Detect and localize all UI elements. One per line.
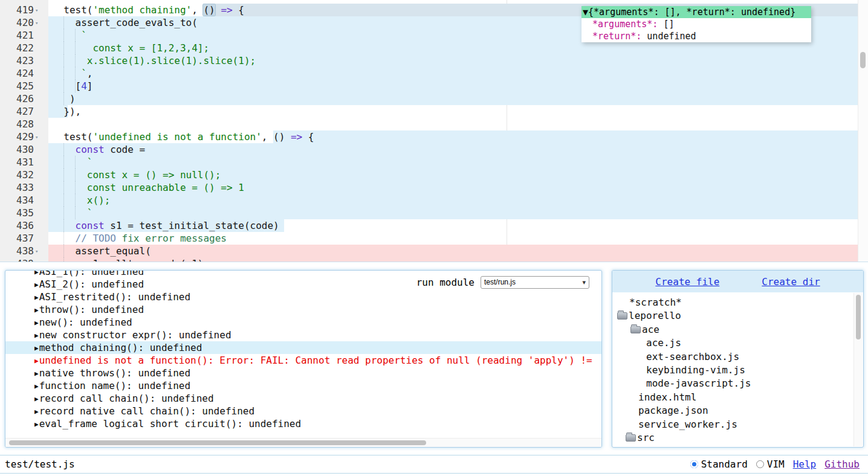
test-result-item[interactable]: ▶new constructor expr(): undefined <box>5 329 601 341</box>
tree-item-ext-searchbox-js[interactable]: ext-searchbox.js <box>612 350 863 364</box>
expand-triangle-icon[interactable]: ▶ <box>34 270 39 276</box>
code-line-433[interactable]: const unreachable = () => 1 <box>0 181 868 194</box>
test-result-item[interactable]: ▶record native call chain(): undefined <box>5 405 601 417</box>
test-result-item[interactable]: ▶throw(): undefined <box>5 303 601 316</box>
code-line-422[interactable]: const x = [1,2,3,4]; <box>0 42 868 54</box>
radio-vim-label: VIM <box>767 458 785 470</box>
test-result-item[interactable]: ▶eval_frame array_literal(): undefined <box>5 430 601 432</box>
code-lines: test('method chaining', () => { assert_c… <box>0 4 868 262</box>
fold-arrow-icon[interactable]: ▾ <box>35 245 38 258</box>
keybinding-standard-option[interactable]: Standard <box>690 458 748 470</box>
inspector-row[interactable]: *return*: undefined <box>581 30 811 42</box>
code-line-430[interactable]: const code = <box>0 143 868 156</box>
fold-arrow-icon[interactable]: ▾ <box>35 131 38 144</box>
expand-triangle-icon[interactable]: ▶ <box>34 332 39 339</box>
chevron-down-icon: ▾ <box>582 277 586 288</box>
github-link[interactable]: Github <box>824 458 860 470</box>
tree-item-ace[interactable]: ace <box>612 323 863 336</box>
expand-triangle-icon[interactable]: ▶ <box>34 408 39 416</box>
code-line-425[interactable]: [4] <box>0 80 868 92</box>
code-line-432[interactable]: const x = () => null(); <box>0 169 868 181</box>
gutter-line-438[interactable]: 438▾ <box>0 245 48 257</box>
test-result-item[interactable]: ▶ASI_restrited(): undefined <box>5 291 601 303</box>
expand-triangle-icon[interactable]: ▶ <box>34 306 39 314</box>
code-line-427[interactable]: }), <box>0 105 868 118</box>
code-line-431[interactable]: ` <box>0 156 868 169</box>
expand-triangle-icon[interactable]: ▶ <box>34 344 39 352</box>
gutter-line-429[interactable]: 429▾ <box>0 130 48 143</box>
line-highlight <box>48 156 859 169</box>
code-line-424[interactable]: `, <box>0 67 868 80</box>
expand-triangle-icon[interactable]: ▶ <box>34 382 39 390</box>
code-text: test('undefined is not a function', () =… <box>52 130 314 143</box>
file-tree-scrollbar-thumb[interactable] <box>856 295 861 339</box>
test-result-item[interactable]: ▶native throws(): undefined <box>5 367 601 379</box>
create-dir-link[interactable]: Create dir <box>762 276 820 288</box>
expand-triangle-icon[interactable]: ▶ <box>34 281 39 289</box>
test-result-item[interactable]: ▶method chaining(): undefined <box>5 341 601 354</box>
tree-item-label: ext-searchbox.js <box>646 350 739 364</box>
expand-triangle-icon[interactable]: ▶ <box>34 357 39 365</box>
code-line-423[interactable]: x.slice(1).slice(1).slice(1); <box>0 54 868 67</box>
tree-item-label: ace <box>642 323 659 336</box>
tree-item-index-html[interactable]: index.html <box>612 391 863 404</box>
radio-vim-icon[interactable] <box>756 460 764 468</box>
inspector-header[interactable]: ▼{*arguments*: [], *return*: undefined} <box>581 6 811 18</box>
code-line-429[interactable]: test('undefined is not a function', () =… <box>0 130 868 143</box>
tree-item-package-json[interactable]: package.json <box>612 404 863 417</box>
run-module-select-value: test/run.js <box>484 278 516 286</box>
gutter-line-420[interactable]: 420▾ <box>0 16 48 29</box>
code-line-437[interactable]: // TODO fix error messages <box>0 232 868 245</box>
editor-scrollbar-thumb[interactable] <box>860 52 866 68</box>
test-results-panel: ▶ASI_1(): undefined▶ASI_2(): undefined▶A… <box>5 270 602 448</box>
tree-item-keybinding-vim-js[interactable]: keybinding-vim.js <box>612 364 863 377</box>
radio-standard-icon[interactable] <box>690 460 698 468</box>
expand-triangle-icon[interactable]: ▶ <box>34 319 39 327</box>
tree-item-src[interactable]: src <box>612 431 863 445</box>
fold-arrow-icon[interactable]: ▾ <box>35 17 38 30</box>
console-horizontal-scrollbar[interactable] <box>5 438 601 447</box>
tree-item--scratch-[interactable]: *scratch* <box>612 296 863 309</box>
code-line-435[interactable]: ` <box>0 207 868 219</box>
run-module-select[interactable]: test/run.js ▾ <box>481 276 589 289</box>
code-editor[interactable]: test('method chaining', () => { assert_c… <box>0 0 868 262</box>
test-result-item[interactable]: ▶record call chain(): undefined <box>5 392 601 405</box>
console-scrollbar-thumb[interactable] <box>9 440 426 445</box>
test-result-item[interactable]: ▶new(): undefined <box>5 316 601 329</box>
keybinding-vim-option[interactable]: VIM <box>756 458 785 470</box>
code-line-438[interactable]: assert_equal( <box>0 245 868 257</box>
test-result-item[interactable]: ▶function name(): undefined <box>5 379 601 392</box>
tree-item-label: ast_utils.js <box>646 445 716 448</box>
expand-triangle-icon[interactable]: ▶ <box>34 395 39 403</box>
folder-icon <box>617 312 627 320</box>
expand-triangle-icon[interactable]: ▶ <box>34 420 39 428</box>
tree-item-ast-utils-js[interactable]: ast_utils.js <box>612 445 863 448</box>
tree-item-mode-javascript-js[interactable]: mode-javascript.js <box>612 377 863 390</box>
code-line-436[interactable]: const s1 = test_initial_state(code) <box>0 219 868 232</box>
test-result-item[interactable]: ▶undefined is not a function(): Error: F… <box>5 354 601 367</box>
tree-item-ace-js[interactable]: ace.js <box>612 336 863 350</box>
expand-triangle-icon[interactable]: ▶ <box>34 294 39 301</box>
fold-arrow-icon[interactable]: ▾ <box>35 4 38 17</box>
test-result-item[interactable]: ▶eval_frame logical short circuit(): und… <box>5 417 601 430</box>
gutter-line-419[interactable]: 419▾ <box>0 4 48 16</box>
code-line-439[interactable]: s1.calltree_node(s1) <box>0 257 868 262</box>
code-line-434[interactable]: x(); <box>0 194 868 207</box>
expand-triangle-icon[interactable]: ▶ <box>34 370 39 378</box>
inspector-row[interactable]: *arguments*: [] <box>581 18 811 30</box>
create-file-link[interactable]: Create file <box>655 276 719 288</box>
editor-vertical-scrollbar[interactable] <box>858 0 868 262</box>
code-line-428[interactable] <box>0 118 868 130</box>
code-text: const x = [1,2,3,4]; <box>52 42 209 54</box>
line-highlight <box>48 67 859 80</box>
tree-item-service-worker-js[interactable]: service_worker.js <box>612 418 863 431</box>
line-highlight <box>48 207 859 219</box>
tree-item-label: mode-javascript.js <box>646 377 751 390</box>
code-line-426[interactable]: ) <box>0 92 868 105</box>
code-text: ` <box>52 29 87 42</box>
gutter-line-427: 427 <box>0 105 48 118</box>
help-link[interactable]: Help <box>793 458 817 470</box>
status-bar-right: Standard VIM Help Github <box>690 458 860 470</box>
tree-item-leporello[interactable]: leporello <box>612 309 863 323</box>
file-tree-scrollbar[interactable] <box>853 293 863 446</box>
